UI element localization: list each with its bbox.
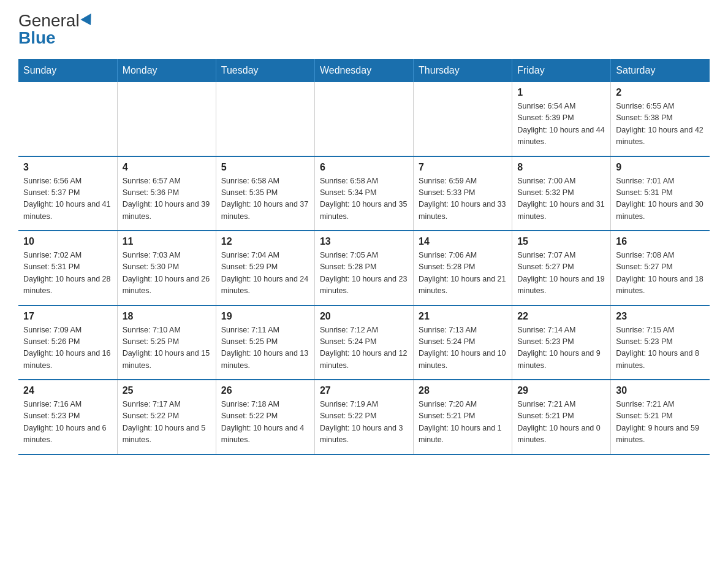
weekday-header-tuesday: Tuesday bbox=[216, 59, 314, 82]
day-number: 12 bbox=[221, 236, 309, 247]
day-number: 5 bbox=[221, 162, 309, 173]
calendar-week-5: 24Sunrise: 7:16 AM Sunset: 5:23 PM Dayli… bbox=[18, 380, 710, 454]
calendar-cell: 21Sunrise: 7:13 AM Sunset: 5:24 PM Dayli… bbox=[414, 305, 512, 380]
weekday-header-friday: Friday bbox=[512, 59, 611, 82]
calendar-cell: 28Sunrise: 7:20 AM Sunset: 5:21 PM Dayli… bbox=[414, 380, 512, 454]
day-info: Sunrise: 7:02 AM Sunset: 5:31 PM Dayligh… bbox=[23, 250, 112, 297]
day-info: Sunrise: 7:03 AM Sunset: 5:30 PM Dayligh… bbox=[123, 250, 211, 297]
weekday-header-thursday: Thursday bbox=[414, 59, 512, 82]
day-info: Sunrise: 7:10 AM Sunset: 5:25 PM Dayligh… bbox=[123, 324, 211, 372]
day-info: Sunrise: 7:15 AM Sunset: 5:23 PM Dayligh… bbox=[616, 324, 705, 372]
calendar-cell: 25Sunrise: 7:17 AM Sunset: 5:22 PM Dayli… bbox=[117, 380, 216, 454]
day-info: Sunrise: 7:19 AM Sunset: 5:22 PM Dayligh… bbox=[320, 399, 408, 446]
calendar-cell: 8Sunrise: 7:00 AM Sunset: 5:32 PM Daylig… bbox=[512, 156, 611, 231]
calendar-cell: 30Sunrise: 7:21 AM Sunset: 5:21 PM Dayli… bbox=[611, 380, 710, 454]
calendar-cell: 4Sunrise: 6:57 AM Sunset: 5:36 PM Daylig… bbox=[117, 156, 216, 231]
weekday-header-wednesday: Wednesday bbox=[314, 59, 413, 82]
day-info: Sunrise: 6:55 AM Sunset: 5:38 PM Dayligh… bbox=[616, 101, 705, 148]
day-info: Sunrise: 7:05 AM Sunset: 5:28 PM Dayligh… bbox=[320, 250, 408, 297]
calendar-cell: 10Sunrise: 7:02 AM Sunset: 5:31 PM Dayli… bbox=[18, 231, 117, 305]
day-info: Sunrise: 6:54 AM Sunset: 5:39 PM Dayligh… bbox=[517, 101, 605, 148]
day-number: 17 bbox=[23, 311, 112, 322]
day-info: Sunrise: 6:59 AM Sunset: 5:33 PM Dayligh… bbox=[419, 175, 507, 223]
calendar-cell: 3Sunrise: 6:56 AM Sunset: 5:37 PM Daylig… bbox=[18, 156, 117, 231]
calendar-header: SundayMondayTuesdayWednesdayThursdayFrid… bbox=[18, 59, 710, 82]
day-info: Sunrise: 6:58 AM Sunset: 5:34 PM Dayligh… bbox=[320, 175, 408, 223]
day-info: Sunrise: 7:13 AM Sunset: 5:24 PM Dayligh… bbox=[419, 324, 507, 372]
day-info: Sunrise: 7:01 AM Sunset: 5:31 PM Dayligh… bbox=[616, 175, 705, 223]
calendar-cell bbox=[117, 82, 216, 156]
day-number: 3 bbox=[23, 162, 112, 173]
day-info: Sunrise: 7:14 AM Sunset: 5:23 PM Dayligh… bbox=[517, 324, 605, 372]
calendar-week-1: 1Sunrise: 6:54 AM Sunset: 5:39 PM Daylig… bbox=[18, 82, 710, 156]
day-number: 27 bbox=[320, 385, 408, 396]
calendar-cell: 1Sunrise: 6:54 AM Sunset: 5:39 PM Daylig… bbox=[512, 82, 611, 156]
weekday-header-row: SundayMondayTuesdayWednesdayThursdayFrid… bbox=[18, 59, 710, 82]
calendar-cell: 23Sunrise: 7:15 AM Sunset: 5:23 PM Dayli… bbox=[611, 305, 710, 380]
day-number: 11 bbox=[123, 236, 211, 247]
calendar-cell: 2Sunrise: 6:55 AM Sunset: 5:38 PM Daylig… bbox=[611, 82, 710, 156]
calendar-cell: 11Sunrise: 7:03 AM Sunset: 5:30 PM Dayli… bbox=[117, 231, 216, 305]
day-number: 18 bbox=[123, 311, 211, 322]
calendar-cell: 27Sunrise: 7:19 AM Sunset: 5:22 PM Dayli… bbox=[314, 380, 413, 454]
day-number: 4 bbox=[123, 162, 211, 173]
calendar-cell: 15Sunrise: 7:07 AM Sunset: 5:27 PM Dayli… bbox=[512, 231, 611, 305]
day-number: 29 bbox=[517, 385, 605, 396]
day-number: 21 bbox=[419, 311, 507, 322]
calendar-week-3: 10Sunrise: 7:02 AM Sunset: 5:31 PM Dayli… bbox=[18, 231, 710, 305]
day-info: Sunrise: 6:58 AM Sunset: 5:35 PM Dayligh… bbox=[221, 175, 309, 223]
day-info: Sunrise: 6:57 AM Sunset: 5:36 PM Dayligh… bbox=[123, 175, 211, 223]
day-number: 16 bbox=[616, 236, 705, 247]
calendar-cell: 24Sunrise: 7:16 AM Sunset: 5:23 PM Dayli… bbox=[18, 380, 117, 454]
day-number: 8 bbox=[517, 162, 605, 173]
calendar-cell bbox=[314, 82, 413, 156]
calendar-cell: 13Sunrise: 7:05 AM Sunset: 5:28 PM Dayli… bbox=[314, 231, 413, 305]
day-number: 10 bbox=[23, 236, 112, 247]
calendar-cell: 16Sunrise: 7:08 AM Sunset: 5:27 PM Dayli… bbox=[611, 231, 710, 305]
calendar-cell: 29Sunrise: 7:21 AM Sunset: 5:21 PM Dayli… bbox=[512, 380, 611, 454]
day-info: Sunrise: 7:17 AM Sunset: 5:22 PM Dayligh… bbox=[123, 399, 211, 446]
calendar-cell: 9Sunrise: 7:01 AM Sunset: 5:31 PM Daylig… bbox=[611, 156, 710, 231]
calendar-cell bbox=[414, 82, 512, 156]
weekday-header-monday: Monday bbox=[117, 59, 216, 82]
day-info: Sunrise: 7:09 AM Sunset: 5:26 PM Dayligh… bbox=[23, 324, 112, 372]
day-number: 19 bbox=[221, 311, 309, 322]
day-info: Sunrise: 7:18 AM Sunset: 5:22 PM Dayligh… bbox=[221, 399, 309, 446]
logo-blue-text: Blue bbox=[18, 29, 56, 47]
day-number: 30 bbox=[616, 385, 705, 396]
calendar-table: SundayMondayTuesdayWednesdayThursdayFrid… bbox=[18, 59, 710, 455]
day-info: Sunrise: 7:12 AM Sunset: 5:24 PM Dayligh… bbox=[320, 324, 408, 372]
day-info: Sunrise: 7:06 AM Sunset: 5:28 PM Dayligh… bbox=[419, 250, 507, 297]
day-number: 24 bbox=[23, 385, 112, 396]
calendar-cell: 14Sunrise: 7:06 AM Sunset: 5:28 PM Dayli… bbox=[414, 231, 512, 305]
day-number: 9 bbox=[616, 162, 705, 173]
day-info: Sunrise: 6:56 AM Sunset: 5:37 PM Dayligh… bbox=[23, 175, 112, 223]
day-number: 6 bbox=[320, 162, 408, 173]
calendar-cell: 20Sunrise: 7:12 AM Sunset: 5:24 PM Dayli… bbox=[314, 305, 413, 380]
day-number: 22 bbox=[517, 311, 605, 322]
day-number: 2 bbox=[616, 87, 705, 98]
calendar-cell: 12Sunrise: 7:04 AM Sunset: 5:29 PM Dayli… bbox=[216, 231, 314, 305]
day-info: Sunrise: 7:04 AM Sunset: 5:29 PM Dayligh… bbox=[221, 250, 309, 297]
day-info: Sunrise: 7:21 AM Sunset: 5:21 PM Dayligh… bbox=[616, 399, 705, 446]
logo-triangle-icon bbox=[80, 13, 96, 28]
calendar-cell: 7Sunrise: 6:59 AM Sunset: 5:33 PM Daylig… bbox=[414, 156, 512, 231]
day-number: 20 bbox=[320, 311, 408, 322]
day-number: 7 bbox=[419, 162, 507, 173]
calendar-cell bbox=[18, 82, 117, 156]
calendar-cell: 22Sunrise: 7:14 AM Sunset: 5:23 PM Dayli… bbox=[512, 305, 611, 380]
calendar-cell: 5Sunrise: 6:58 AM Sunset: 5:35 PM Daylig… bbox=[216, 156, 314, 231]
day-info: Sunrise: 7:20 AM Sunset: 5:21 PM Dayligh… bbox=[419, 399, 507, 446]
day-info: Sunrise: 7:07 AM Sunset: 5:27 PM Dayligh… bbox=[517, 250, 605, 297]
calendar-cell: 6Sunrise: 6:58 AM Sunset: 5:34 PM Daylig… bbox=[314, 156, 413, 231]
day-number: 14 bbox=[419, 236, 507, 247]
weekday-header-sunday: Sunday bbox=[18, 59, 117, 82]
day-number: 25 bbox=[123, 385, 211, 396]
page-header: General Blue bbox=[18, 12, 710, 47]
calendar-cell bbox=[216, 82, 314, 156]
day-info: Sunrise: 7:21 AM Sunset: 5:21 PM Dayligh… bbox=[517, 399, 605, 446]
logo: General Blue bbox=[18, 12, 94, 47]
calendar-cell: 17Sunrise: 7:09 AM Sunset: 5:26 PM Dayli… bbox=[18, 305, 117, 380]
day-info: Sunrise: 7:08 AM Sunset: 5:27 PM Dayligh… bbox=[616, 250, 705, 297]
weekday-header-saturday: Saturday bbox=[611, 59, 710, 82]
